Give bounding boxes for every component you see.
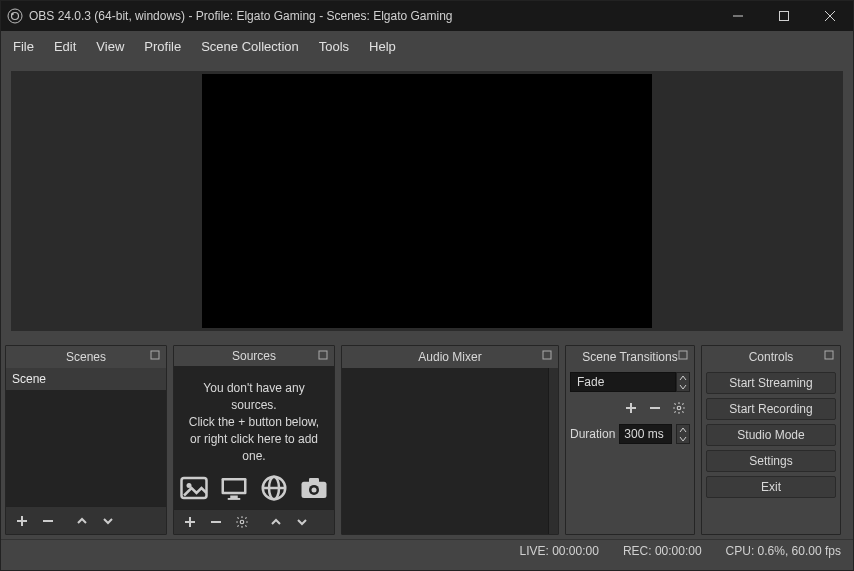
transition-selected-value: Fade [577,375,604,389]
svg-rect-4 [780,12,789,21]
controls-body: Start Streaming Start Recording Studio M… [702,368,840,534]
scenes-title: Scenes [6,346,166,368]
sources-dock: Sources You don't have any sources. Clic… [173,345,335,535]
transitions-body: Fade Duration 300 ms [566,368,694,534]
chevron-down-icon[interactable] [677,434,689,443]
controls-dock: Controls Start Streaming Start Recording… [701,345,841,535]
source-properties-button[interactable] [230,511,254,533]
scenes-popout-icon[interactable] [150,350,162,362]
audio-mixer-list[interactable] [342,368,558,534]
sources-title-label: Sources [232,349,276,363]
add-source-button[interactable] [178,511,202,533]
menu-tools[interactable]: Tools [309,33,359,60]
chevron-up-icon[interactable] [677,425,689,434]
status-live: LIVE: 00:00:00 [519,544,598,558]
scenes-title-label: Scenes [66,350,106,364]
svg-point-28 [240,520,244,524]
obs-logo-icon [7,8,23,24]
svg-point-0 [8,9,22,23]
audio-popout-icon[interactable] [542,350,554,362]
controls-popout-icon[interactable] [824,350,836,362]
start-streaming-button[interactable]: Start Streaming [706,372,836,394]
sources-empty-message: You don't have any sources. Click the + … [174,366,334,509]
svg-rect-22 [309,478,319,483]
status-bar: LIVE: 00:00:00 REC: 00:00:00 CPU: 0.6%, … [1,539,853,561]
svg-point-2 [11,13,13,15]
menu-scene-collection[interactable]: Scene Collection [191,33,309,60]
browser-source-icon [259,473,289,503]
status-rec: REC: 00:00:00 [623,544,702,558]
remove-scene-button[interactable] [36,510,60,532]
title-bar: OBS 24.0.3 (64-bit, windows) - Profile: … [1,1,853,31]
chevron-up-icon[interactable] [677,373,689,382]
transitions-popout-icon[interactable] [678,350,690,362]
menu-help[interactable]: Help [359,33,406,60]
sources-empty-line2: Click the + button below, [180,414,328,431]
maximize-button[interactable] [761,1,807,31]
audio-scrollbar[interactable] [548,368,558,534]
chevron-down-icon[interactable] [677,382,689,391]
transitions-dock: Scene Transitions Fade Duration [565,345,695,535]
scene-item[interactable]: Scene [6,368,166,390]
preview-area [1,61,853,341]
svg-rect-29 [543,351,551,359]
svg-rect-16 [230,495,238,498]
transition-select[interactable]: Fade [570,372,676,392]
svg-rect-11 [319,351,327,359]
svg-rect-15 [224,480,244,491]
sources-popout-icon[interactable] [318,350,330,362]
audio-mixer-dock: Audio Mixer [341,345,559,535]
menu-bar: File Edit View Profile Scene Collection … [1,31,853,61]
add-transition-button[interactable] [620,398,642,418]
move-scene-down-button[interactable] [96,510,120,532]
svg-rect-30 [679,351,687,359]
preview-canvas[interactable] [202,74,652,328]
sources-empty-line3: or right click here to add one. [180,431,328,465]
scenes-toolbar [6,506,166,534]
menu-file[interactable]: File [3,33,44,60]
sources-title: Sources [174,346,334,366]
duration-field[interactable]: 300 ms [619,424,672,444]
camera-source-icon [299,473,329,503]
svg-point-34 [677,406,681,410]
audio-title-label: Audio Mixer [418,350,481,364]
preview-background [11,71,843,331]
scenes-list[interactable]: Scene [6,368,166,506]
duration-value: 300 ms [624,427,663,441]
menu-edit[interactable]: Edit [44,33,86,60]
remove-transition-button[interactable] [644,398,666,418]
window-title: OBS 24.0.3 (64-bit, windows) - Profile: … [29,9,715,23]
exit-button[interactable]: Exit [706,476,836,498]
sources-list[interactable]: You don't have any sources. Click the + … [174,366,334,509]
settings-button[interactable]: Settings [706,450,836,472]
remove-source-button[interactable] [204,511,228,533]
close-button[interactable] [807,1,853,31]
minimize-button[interactable] [715,1,761,31]
start-recording-button[interactable]: Start Recording [706,398,836,420]
controls-title-label: Controls [749,350,794,364]
sources-empty-line1: You don't have any sources. [180,380,328,414]
controls-title: Controls [702,346,840,368]
svg-rect-17 [228,498,241,500]
move-scene-up-button[interactable] [70,510,94,532]
menu-profile[interactable]: Profile [134,33,191,60]
svg-rect-7 [151,351,159,359]
menu-view[interactable]: View [86,33,134,60]
svg-point-24 [312,487,317,492]
duration-spinner[interactable] [676,424,690,444]
obs-window: OBS 24.0.3 (64-bit, windows) - Profile: … [0,0,854,571]
display-source-icon [219,473,249,503]
transition-select-spinner[interactable] [676,372,690,392]
audio-title: Audio Mixer [342,346,558,368]
transitions-title: Scene Transitions [566,346,694,368]
move-source-up-button[interactable] [264,511,288,533]
image-source-icon [179,473,209,503]
move-source-down-button[interactable] [290,511,314,533]
add-scene-button[interactable] [10,510,34,532]
svg-rect-35 [825,351,833,359]
docks-row: Scenes Scene Sources You don't [1,341,853,539]
studio-mode-button[interactable]: Studio Mode [706,424,836,446]
sources-toolbar [174,509,334,534]
transition-properties-button[interactable] [668,398,690,418]
transitions-title-label: Scene Transitions [582,350,677,364]
